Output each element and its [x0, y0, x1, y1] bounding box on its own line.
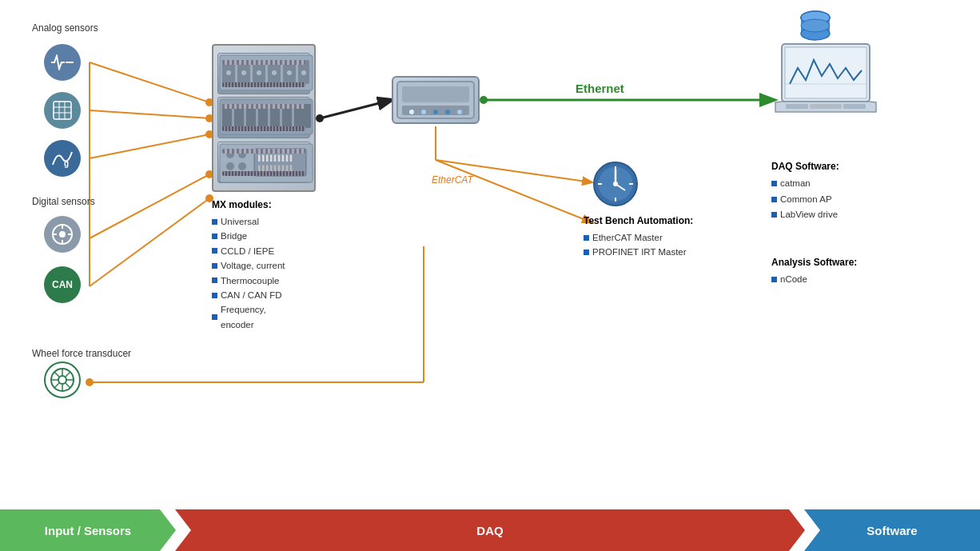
- bullet-icon: [771, 277, 777, 282]
- mx-modules-box: ▌▌▌▌▌▌▌▌▌ ▌▌▌▌▌▌▌▌▌: [212, 44, 316, 192]
- mx-item-label: CAN / CAN FD: [221, 288, 282, 302]
- bullet-icon: [212, 234, 217, 239]
- svg-rect-101: [843, 104, 866, 109]
- bullet-icon: [212, 248, 217, 254]
- bullet-icon: [584, 235, 589, 241]
- svg-line-3: [90, 134, 209, 158]
- bar-input-section: Input / Sensors: [0, 509, 176, 551]
- svg-rect-65: [304, 104, 311, 128]
- svg-rect-64: [294, 104, 304, 128]
- mx-item-label: Frequency,encoder: [221, 302, 266, 332]
- svg-rect-100: [786, 104, 808, 109]
- svg-point-17: [480, 96, 488, 104]
- svg-point-29: [59, 231, 66, 238]
- tba-list: EtherCAT Master PROFINET IRT Master: [584, 230, 687, 260]
- svg-point-78: [421, 110, 426, 114]
- mx-item-7: Frequency,encoder: [212, 302, 285, 332]
- svg-line-4: [90, 174, 209, 238]
- bullet-icon: [771, 212, 777, 218]
- svg-rect-22: [54, 102, 71, 119]
- bullet-icon: [771, 181, 777, 186]
- svg-point-35: [58, 376, 66, 384]
- svg-point-54: [272, 70, 277, 75]
- tba-item-1: EtherCAT Master: [584, 230, 687, 245]
- analysis-item-1: nCode: [771, 272, 807, 288]
- svg-rect-71: [254, 149, 306, 176]
- bullet-icon: [212, 277, 217, 283]
- svg-point-53: [257, 70, 261, 75]
- mx-item-label: Bridge: [221, 229, 247, 243]
- daq-item-label: LabView drive: [780, 207, 838, 223]
- mx-item-label: Voltage, current: [221, 258, 285, 273]
- svg-rect-63: [282, 104, 292, 128]
- mx-rack-1: [217, 53, 310, 94]
- mx-item-2: Bridge: [212, 229, 285, 243]
- gateway-box: [392, 76, 480, 124]
- svg-rect-99: [810, 104, 842, 109]
- analysis-item-label: nCode: [780, 272, 807, 288]
- svg-point-13: [86, 378, 94, 386]
- diagram-area: Analog sensors g Digital sensors: [0, 0, 980, 496]
- svg-rect-59: [234, 104, 244, 128]
- analog-sensors-label: Analog sensors: [32, 22, 98, 34]
- ethernet-label: Ethernet: [576, 82, 624, 95]
- svg-point-68: [238, 150, 246, 158]
- bottom-navigation-bar: Input / Sensors DAQ Software: [0, 509, 980, 551]
- svg-point-52: [241, 70, 246, 75]
- svg-rect-75: [402, 86, 469, 102]
- bullet-icon: [212, 314, 217, 320]
- tba-item-label: EtherCAT Master: [592, 230, 663, 245]
- digital-sensors-label: Digital sensors: [32, 196, 95, 207]
- daq-item-3: LabView drive: [771, 207, 838, 223]
- mx-title: MX modules:: [212, 199, 272, 210]
- mx-modules-label: MX modules:: [212, 198, 272, 210]
- svg-point-15: [316, 114, 324, 122]
- mx-item-5: Thermocouple: [212, 274, 285, 288]
- svg-point-56: [301, 70, 306, 75]
- sensor-can-icon: CAN: [44, 266, 81, 303]
- svg-point-81: [457, 110, 462, 114]
- daq-software-label: DAQ Software:: [771, 160, 839, 172]
- daq-item-2: Common AP: [771, 192, 838, 208]
- sensor-analog3-icon: g: [44, 140, 81, 177]
- mx-item-3: CCLD / IEPE: [212, 244, 285, 258]
- bar-input-label: Input / Sensors: [45, 524, 131, 537]
- wheel-force-label: Wheel force transducer: [32, 348, 131, 359]
- svg-line-42: [66, 372, 70, 377]
- svg-line-20: [436, 160, 592, 222]
- svg-point-51: [226, 70, 231, 75]
- mx-item-4: Voltage, current: [212, 258, 285, 273]
- svg-line-43: [54, 383, 59, 388]
- svg-text:▌▌▌▌▌▌▌▌▌: ▌▌▌▌▌▌▌▌▌: [258, 165, 294, 173]
- analysis-list: nCode: [771, 272, 807, 288]
- bar-daq-label: DAQ: [476, 524, 503, 537]
- daq-item-label: catman: [780, 176, 811, 192]
- bar-software-label: Software: [866, 524, 917, 537]
- svg-point-77: [409, 110, 414, 114]
- mx-list: Universal Bridge CCLD / IEPE Voltage, cu…: [212, 214, 285, 332]
- bullet-icon: [212, 293, 217, 298]
- bar-daq-section: DAQ: [175, 509, 805, 551]
- svg-point-70: [238, 162, 246, 170]
- can-label: CAN: [52, 279, 73, 290]
- mx-item-1: Universal: [212, 214, 285, 229]
- svg-point-55: [287, 70, 292, 75]
- daq-item-label: Common AP: [780, 192, 832, 208]
- mx-item-label: Thermocouple: [221, 274, 280, 288]
- sensor-analog1-icon: [44, 44, 81, 81]
- svg-point-95: [801, 19, 830, 32]
- bullet-icon: [771, 197, 777, 202]
- ethercat-label: EtherCAT: [432, 174, 473, 186]
- svg-rect-60: [246, 104, 256, 128]
- mx-item-label: CCLD / IEPE: [221, 244, 274, 258]
- bar-software-section: Software: [804, 509, 980, 551]
- tba-label: Test Bench Automation:: [584, 214, 693, 226]
- tba-item-label: PROFINET IRT Master: [592, 245, 687, 259]
- bullet-icon: [212, 263, 217, 269]
- svg-rect-97: [785, 47, 866, 98]
- svg-point-86: [613, 182, 618, 186]
- daq-list: catman Common AP LabView drive: [771, 176, 838, 223]
- svg-point-69: [226, 162, 234, 170]
- svg-line-14: [320, 100, 392, 118]
- bullet-icon: [212, 219, 217, 225]
